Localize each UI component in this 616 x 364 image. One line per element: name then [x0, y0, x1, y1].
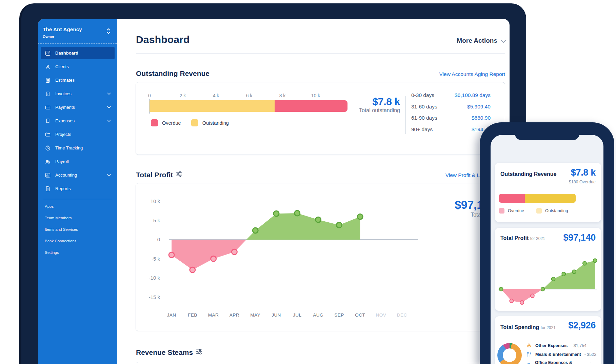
sidebar-item-team-members[interactable]: Team Members: [38, 212, 117, 224]
phone-outstanding-card[interactable]: Outstanding Revenue $7.8 k $180 Overdue …: [495, 163, 601, 222]
phone-outstanding-bar: [499, 194, 576, 203]
axis-tick-label: 4 k: [213, 93, 219, 98]
revenue-streams-card: [136, 362, 505, 364]
reports-icon: [45, 186, 51, 192]
donut-hole: [503, 348, 516, 362]
sidebar-item-payments[interactable]: Payments: [41, 101, 115, 114]
sidebar-divider-2: [43, 199, 112, 199]
more-actions-button[interactable]: More Actions: [457, 37, 497, 44]
sidebar-item-settings[interactable]: Settings: [38, 247, 117, 258]
data-point: [499, 287, 503, 291]
data-point: [552, 277, 555, 281]
sidebar-item-payroll[interactable]: Payroll: [41, 155, 115, 168]
dashboard-icon: [45, 50, 51, 56]
spending-item-other: Other Expenses- $1,754: [526, 343, 587, 348]
chevron-down-icon: [500, 39, 506, 45]
sidebar-item-label: Payroll: [55, 159, 69, 164]
legend-label: Overdue: [508, 208, 524, 213]
estimates-icon: [45, 77, 51, 83]
sidebar-item-label: Invoices: [55, 91, 72, 96]
aging-divider: [405, 96, 406, 134]
projects-icon: [45, 132, 51, 138]
month-label: FEB: [188, 312, 197, 318]
payroll-icon: [45, 159, 51, 165]
revenue-streams-filter-icon[interactable]: [196, 348, 203, 357]
axis-tick-label: 2 k: [180, 93, 186, 98]
meals-icon: [526, 351, 532, 357]
y-tick-label: -10 k: [149, 275, 160, 281]
sidebar-item-projects[interactable]: Projects: [41, 128, 115, 141]
data-point: [531, 294, 534, 298]
sidebar-item-label: Time Tracking: [55, 145, 83, 150]
sidebar-header: The Ant Agency Owner: [38, 19, 117, 43]
view-accounts-aging-report-link[interactable]: View Accounts Aging Report: [439, 71, 505, 77]
spending-item-meals: Meals & Entertainment- $522: [526, 351, 596, 357]
org-collapse-icon[interactable]: [105, 27, 112, 35]
month-label: NOV: [376, 312, 386, 318]
bar-segment-overdue: [275, 100, 347, 112]
total-profit-filter-icon[interactable]: [176, 170, 183, 179]
aging-row: 0-30 days$6,100.89 days: [411, 92, 491, 100]
data-point: [357, 214, 363, 219]
month-label: JUN: [272, 312, 281, 318]
legend-swatch: [151, 119, 158, 126]
page: The Ant Agency Owner DashboardClientsEst…: [0, 0, 616, 364]
legend-label: Outstanding: [202, 120, 229, 126]
sidebar-item-clients[interactable]: Clients: [41, 60, 115, 73]
sidebar-item-expenses[interactable]: Expenses: [41, 115, 115, 127]
month-label: JAN: [167, 312, 176, 318]
data-point: [562, 272, 565, 276]
axis-tick-label: 10 k: [311, 93, 320, 98]
total-outstanding-label: Total outstanding: [359, 107, 400, 114]
data-point: [316, 217, 321, 222]
sidebar-item-label: Payments: [55, 105, 75, 110]
profit-area: [543, 261, 595, 289]
phone-outstanding-sub: $180 Overdue: [569, 180, 596, 184]
header-divider: [136, 53, 505, 54]
sidebar-item-invoices[interactable]: Invoices: [41, 87, 115, 100]
sidebar-item-accounting[interactable]: Accounting: [41, 169, 115, 181]
sidebar-item-reports[interactable]: Reports: [41, 182, 115, 195]
time-icon: [45, 145, 51, 151]
data-point: [510, 299, 513, 303]
sidebar-item-dashboard[interactable]: Dashboard: [41, 47, 115, 59]
sidebar-nav: DashboardClientsEstimatesInvoicesPayment…: [38, 44, 117, 195]
sidebar-item-label: Clients: [55, 64, 69, 69]
month-label: OCT: [355, 312, 365, 318]
phone-notch: [515, 122, 579, 140]
data-point: [583, 262, 587, 265]
aging-label: 61-90 days: [411, 115, 437, 121]
total-profit-chart: 10 k5 k0-5 k-10 k-15 kJANFEBMARAPRMAYJUN…: [136, 183, 505, 331]
month-label: AUG: [313, 312, 323, 318]
phone-spending-title: Total Spending for 2021: [500, 324, 556, 330]
spending-item-office: Office Expenses & Postage- $335: [526, 360, 601, 364]
phone-bar-legend: OverdueOutstanding: [499, 208, 568, 214]
data-point: [593, 259, 597, 262]
month-label: SEP: [334, 312, 344, 318]
sidebar-item-label: Dashboard: [55, 50, 78, 56]
org-name: The Ant Agency: [43, 26, 113, 32]
expenses-icon: [45, 118, 51, 124]
total-outstanding-value: $7.8 k: [372, 96, 400, 107]
data-point: [572, 270, 576, 274]
y-tick-label: 0: [157, 237, 160, 242]
phone-profit-card[interactable]: Total Profit for 2021 $97,140: [495, 228, 601, 311]
data-point: [295, 210, 300, 216]
phone-spending-card[interactable]: Total Spending for 2021 $2,926 Other Exp…: [495, 316, 601, 364]
sidebar-item-time-tracking[interactable]: Time Tracking: [41, 142, 115, 154]
sidebar-item-items-and-services[interactable]: Items and Services: [38, 224, 117, 235]
invoices-icon: [45, 91, 51, 97]
sidebar-item-estimates[interactable]: Estimates: [41, 74, 115, 86]
data-point: [336, 222, 342, 228]
bar-legend: OverdueOutstanding: [151, 119, 229, 126]
axis-tick-label: 6 k: [246, 93, 253, 98]
chevron-down-icon: [107, 173, 111, 178]
month-label: MAY: [250, 312, 260, 318]
legend-label: Overdue: [162, 120, 181, 126]
aging-label: 90+ days: [411, 126, 433, 133]
data-point: [211, 256, 216, 262]
sidebar-item-label: Estimates: [55, 78, 75, 83]
spending-item-amount: - $1,754: [571, 343, 587, 348]
sidebar-item-apps[interactable]: Apps: [38, 201, 117, 212]
sidebar-item-bank-connections[interactable]: Bank Connections: [38, 235, 117, 247]
